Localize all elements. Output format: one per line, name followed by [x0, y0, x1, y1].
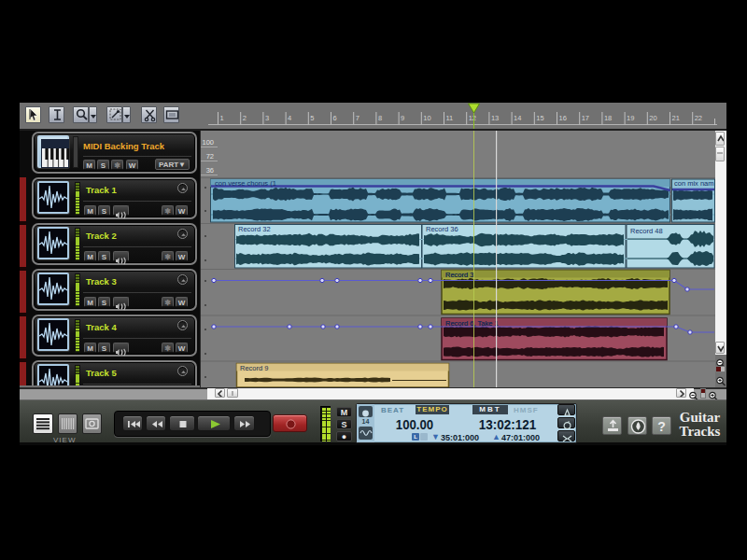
- svg-text:12: 12: [469, 114, 476, 122]
- svg-text:18: 18: [604, 114, 612, 122]
- svg-text:19: 19: [627, 114, 634, 122]
- svg-text:2: 2: [243, 114, 247, 122]
- svg-text:Record 3: Record 3: [445, 271, 473, 279]
- svg-text:11: 11: [446, 114, 454, 122]
- svg-text:5: 5: [310, 114, 314, 122]
- svg-text:Record 6, Take 1: Record 6, Take 1: [445, 319, 499, 328]
- svg-text:100: 100: [202, 138, 214, 147]
- svg-text:con mix nam: con mix nam: [674, 179, 714, 188]
- svg-text:10: 10: [423, 114, 430, 122]
- svg-text:Record 36: Record 36: [426, 225, 458, 233]
- svg-text:20: 20: [649, 114, 656, 122]
- svg-text:22: 22: [695, 114, 702, 122]
- svg-text:3: 3: [265, 114, 269, 122]
- svg-text:6: 6: [333, 114, 337, 122]
- svg-text:4: 4: [288, 114, 291, 122]
- svg-text:Record 9: Record 9: [240, 364, 268, 372]
- svg-text:1: 1: [220, 114, 224, 122]
- svg-text:9: 9: [401, 114, 404, 122]
- svg-text:Record 48: Record 48: [630, 227, 663, 235]
- svg-text:17: 17: [582, 114, 589, 122]
- svg-text:con verse chorus (1: con verse chorus (1: [215, 179, 276, 188]
- svg-text:72: 72: [206, 152, 214, 161]
- svg-text:7: 7: [356, 114, 359, 122]
- svg-text:Record 32: Record 32: [238, 225, 271, 233]
- svg-text:8: 8: [378, 114, 382, 122]
- svg-text:14: 14: [514, 114, 521, 122]
- svg-text:15: 15: [536, 114, 543, 122]
- svg-text:16: 16: [559, 114, 567, 122]
- svg-text:21: 21: [672, 114, 680, 122]
- svg-text:36: 36: [206, 166, 214, 175]
- svg-text:13: 13: [491, 114, 499, 122]
